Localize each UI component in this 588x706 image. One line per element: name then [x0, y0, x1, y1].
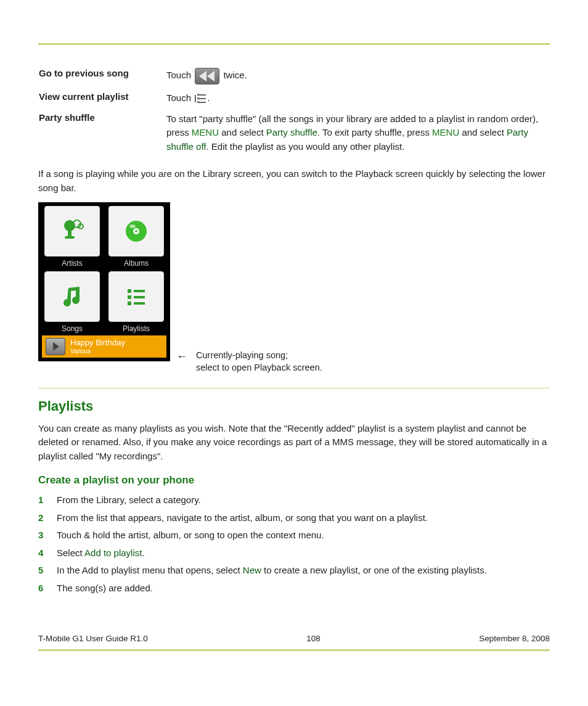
step-text: From the list that appears, navigate to … [57, 511, 428, 525]
step-number: 6 [38, 581, 47, 596]
now-playing-callout: ← Currently-playing song; select to open… [176, 349, 322, 374]
bottom-rule [38, 649, 550, 651]
term-view-playlist: View current playlist [38, 91, 166, 112]
step-number: 5 [38, 564, 47, 578]
step-item: 5In the Add to playlist menu that opens,… [38, 562, 550, 580]
step-text: Touch & hold the artist, album, or song … [57, 528, 324, 543]
step-text: Select Add to playlist. [57, 546, 145, 560]
bridge-paragraph: If a song is playing while you are on th… [38, 167, 550, 195]
playlists-label: Playlists [123, 324, 150, 333]
playlist-large-icon [123, 283, 150, 310]
svg-marker-1 [207, 71, 214, 81]
svg-rect-12 [134, 290, 145, 292]
term-party-shuffle: Party shuffle [38, 112, 166, 160]
step-item: 2From the list that appears, navigate to… [38, 509, 550, 527]
svg-rect-16 [134, 302, 145, 305]
step-item: 6The song(s) are added. [38, 580, 550, 597]
music-note-icon [59, 283, 86, 310]
term-previous-song: Go to previous song [38, 67, 166, 91]
step-text: The song(s) are added. [57, 581, 153, 596]
playlist-icon [195, 94, 206, 104]
section-rule [38, 388, 550, 388]
desc-previous-song: Touch twice. [166, 67, 550, 91]
now-playing-bar: Happy Birthday Various [42, 335, 166, 358]
step-text: From the Library, select a category. [57, 493, 201, 507]
svg-rect-14 [134, 296, 145, 298]
playlists-intro: You can create as many playlists as you … [38, 422, 550, 464]
playlists-tile [108, 271, 164, 322]
page-footer: T-Mobile G1 User Guide R1.0 108 Septembe… [38, 634, 550, 643]
songs-tile [44, 271, 100, 322]
play-icon [46, 338, 65, 355]
inline-link: New [243, 565, 261, 575]
playlists-heading: Playlists [38, 398, 550, 414]
albums-label: Albums [124, 259, 149, 268]
artists-tile [44, 206, 100, 257]
svg-rect-13 [128, 295, 131, 299]
songs-label: Songs [62, 324, 83, 333]
svg-rect-4 [65, 236, 75, 239]
now-playing-title: Happy Birthday [70, 339, 125, 347]
create-playlist-steps: 1From the Library, select a category.2Fr… [38, 491, 550, 597]
create-playlist-heading: Create a playlist on your phone [38, 474, 550, 486]
footer-left: T-Mobile G1 User Guide R1.0 [38, 634, 148, 643]
step-item: 1From the Library, select a category. [38, 491, 550, 509]
desc-view-playlist: Touch . [166, 91, 550, 112]
footer-date: September 8, 2008 [479, 634, 550, 643]
rewind-icon [195, 68, 219, 84]
step-item: 4Select Add to playlist. [38, 544, 550, 562]
artists-label: Artists [62, 259, 82, 268]
step-number: 4 [38, 546, 47, 560]
svg-rect-11 [128, 289, 131, 293]
svg-marker-0 [199, 71, 206, 81]
albums-tile [108, 206, 164, 257]
controls-definition-table: Go to previous song Touch twice. View cu… [38, 67, 550, 160]
step-item: 3Touch & hold the artist, album, or song… [38, 527, 550, 544]
svg-point-9 [135, 230, 137, 232]
desc-party-shuffle: To start "party shuffle" (all the songs … [166, 112, 550, 160]
arrow-left-icon: ← [176, 349, 194, 364]
party-shuffle-link: Party shuffle [266, 127, 317, 138]
disc-icon [123, 218, 150, 245]
step-number: 1 [38, 493, 47, 507]
step-number: 3 [38, 528, 47, 543]
step-number: 2 [38, 511, 47, 525]
footer-page-number: 108 [306, 634, 321, 643]
svg-point-10 [129, 224, 136, 228]
step-text: In the Add to playlist menu that opens, … [57, 564, 487, 578]
menu-key: MENU [192, 127, 219, 138]
top-rule [38, 43, 550, 45]
microphone-icon [59, 218, 86, 245]
svg-rect-15 [128, 302, 131, 305]
inline-link: Add to playlist [84, 548, 142, 558]
menu-key: MENU [432, 127, 459, 138]
library-screenshot: Artists Albums [38, 202, 170, 361]
now-playing-artist: Various [70, 348, 125, 355]
